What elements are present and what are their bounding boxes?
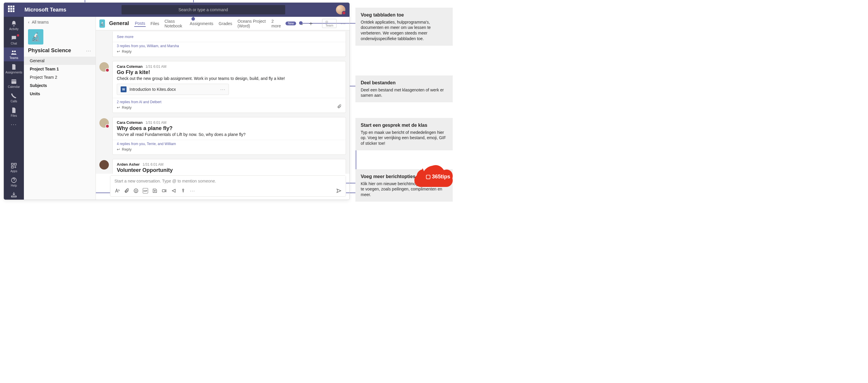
author-avatar[interactable] [99,118,109,128]
rail-assignments[interactable]: Assignments [4,62,24,76]
tab-oceans-project[interactable]: Oceans Project (Word) [237,18,267,29]
stream-icon[interactable] [171,188,176,193]
callout-body: Deel een bestand met klasgenoten of werk… [361,87,447,98]
add-tab-button[interactable]: ＋ [308,20,314,27]
unread-badge [17,34,19,37]
post-card: Cara Coleman 1/31 6:01 AM Go Fly a kite!… [112,61,346,113]
rail-more[interactable]: ··· [4,120,24,129]
replies-link[interactable]: 3 replies from you, William, and Marsha [117,44,342,48]
callout-conversation: Start een gesprek met de klas Typ en maa… [355,118,453,150]
channel-item[interactable]: Project Team 2 [24,73,96,82]
post-author: Arden Asher [117,162,140,167]
callout-body: Ontdek applicaties, hulpprogramma's, doc… [361,20,447,42]
rail-files[interactable]: Files [4,105,24,119]
rail-label: Apps [11,169,18,173]
svg-rect-5 [14,163,16,165]
channel-general[interactable]: General [24,57,96,65]
format-icon[interactable] [115,188,120,193]
rail-label: Files [11,114,17,117]
channel-item[interactable]: Project Team 1 [24,65,96,73]
svg-rect-8 [11,196,17,197]
chevron-left-icon: ‹ [28,20,30,25]
rail-download-icon[interactable] [4,190,24,200]
rail-label: Calendar [8,85,20,89]
app-rail: Activity Chat Teams Assignments C [4,17,24,200]
callout-title: Deel bestanden [361,79,447,86]
tab-assignments[interactable]: Assignments [189,21,214,27]
main-panel: 🔬 General Posts Files Class Notebook Ass… [96,17,349,200]
profile-avatar[interactable] [336,5,345,14]
reply-button[interactable]: ↩ Reply [117,105,342,110]
rail-apps[interactable]: Apps [4,161,24,174]
callout-title: Voeg tabbladen toe [361,12,447,18]
see-more-link[interactable]: See more [117,34,342,39]
svg-point-10 [135,190,136,191]
replies-link[interactable]: 4 replies from you, Terrie, and William [117,142,342,146]
replies-link[interactable]: 2 replies from Al and Delbert [117,100,342,104]
post-time: 1/31 6:01 AM [146,65,166,69]
meet-now-icon[interactable] [162,188,167,193]
titlebar: Microsoft Teams [4,3,349,17]
tab-posts[interactable]: Posts [134,20,146,27]
app-launcher-icon[interactable] [8,6,16,14]
rail-label: Help [11,184,17,187]
tab-grades[interactable]: Grades [218,21,233,27]
tab-more[interactable]: 2 more [271,18,281,29]
back-all-teams[interactable]: ‹ All teams [24,17,96,27]
rail-activity[interactable]: Activity [4,19,24,32]
team-more-icon[interactable]: ··· [86,49,91,53]
attachment-more-icon[interactable]: ··· [220,87,226,92]
post-title: Why does a plane fly? [117,125,342,131]
post-body: Check out the new group lab assignment. … [117,76,342,81]
author-avatar[interactable] [99,160,109,169]
compose-input[interactable] [110,176,346,186]
channel-more-icon[interactable]: ··· [341,21,346,26]
file-attachment[interactable]: W Introduction to Kites.docx ··· [117,84,229,95]
callout-tabs: Voeg tabbladen toe Ontdek applicaties, h… [355,8,453,46]
more-options-icon[interactable]: ··· [190,188,195,193]
callout-title: Start een gesprek met de klas [361,122,447,129]
reply-button[interactable]: ↩ Reply [117,49,342,54]
author-avatar[interactable] [99,62,109,72]
post-body: You've all read Fundamentals of Lift by … [117,132,342,137]
emoji-icon[interactable] [133,188,138,193]
word-doc-icon: W [121,86,127,92]
send-icon[interactable] [336,188,342,193]
svg-rect-14 [162,190,165,192]
svg-rect-4 [11,163,13,165]
rail-teams[interactable]: Teams [4,47,24,61]
tab-files[interactable]: Files [150,21,160,27]
callout-files: Deel bestanden Deel een bestand met klas… [355,75,453,102]
post-card: Arden Asher 1/31 6:01 AM Volunteer Oppor… [112,159,346,174]
team-avatar[interactable]: 🔬 [28,29,43,44]
rail-label: Calls [11,100,17,103]
gif-icon[interactable]: GIF [143,188,148,193]
svg-point-11 [136,190,137,191]
channel-tab-bar: 🔬 General Posts Files Class Notebook Ass… [96,17,349,30]
rail-calendar[interactable]: Calendar [4,76,24,90]
svg-point-2 [14,51,16,53]
rail-chat[interactable]: Chat [4,33,24,47]
reply-button[interactable]: ↩ Reply [117,147,342,152]
post-time: 1/31 6:01 AM [143,162,164,167]
rail-calls[interactable]: Calls [4,91,24,105]
chevron-down-icon[interactable]: ⌄ [300,21,304,26]
team-name: Physical Science [28,47,71,54]
praise-icon[interactable] [181,188,186,193]
sticker-icon[interactable] [152,188,157,193]
channel-item[interactable]: Units [24,90,96,98]
brand-365tips-icon: ▢ 365tips [414,163,453,193]
rail-label: Assignments [5,71,22,74]
tab-class-notebook[interactable]: Class Notebook [164,18,185,29]
channel-item[interactable]: Subjects [24,82,96,90]
rail-help[interactable]: Help [4,175,24,189]
team-filter-pill[interactable]: ◎ Team [322,19,337,28]
channel-title: General [109,20,129,27]
posts-feed: See more 3 replies from you, William, an… [96,30,349,174]
teams-window: Microsoft Teams Activity Chat [4,2,350,200]
svg-point-9 [134,189,138,193]
attach-icon[interactable] [124,188,129,193]
back-label: All teams [32,20,49,25]
compose-box: GIF ··· [110,175,346,197]
search-input[interactable] [122,5,285,14]
